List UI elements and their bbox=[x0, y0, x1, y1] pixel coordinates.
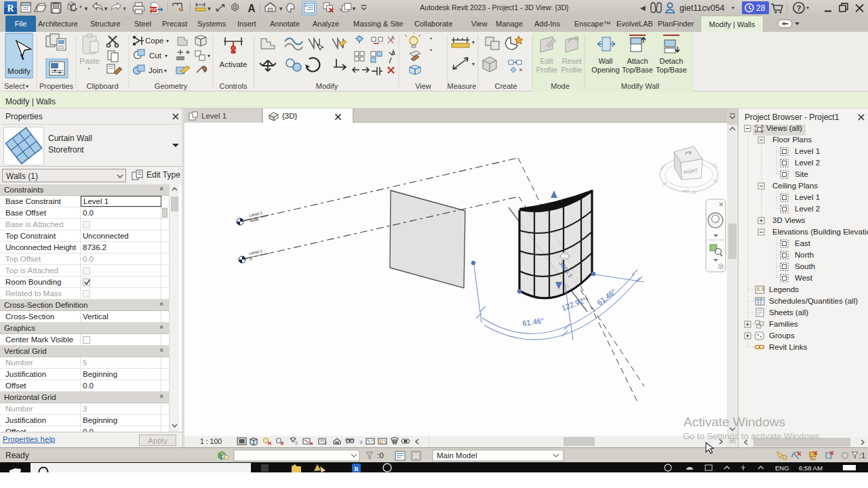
svg-text:9: 9 bbox=[359, 439, 363, 445]
svg-text:170: 170 bbox=[691, 191, 696, 195]
svg-text::1: :1 bbox=[859, 451, 865, 460]
svg-text:3D Views: 3D Views bbox=[772, 216, 806, 224]
svg-text:Properties: Properties bbox=[39, 82, 74, 90]
svg-text:6:58 AM: 6:58 AM bbox=[799, 464, 823, 472]
svg-text:Schedules/Quantities (all): Schedules/Quantities (all) bbox=[769, 297, 858, 305]
svg-text:9: 9 bbox=[295, 441, 298, 445]
svg-text:▾: ▾ bbox=[104, 5, 108, 12]
svg-text:Geometry: Geometry bbox=[155, 82, 188, 90]
svg-text:Detach: Detach bbox=[660, 57, 684, 65]
svg-text:▾: ▾ bbox=[87, 66, 90, 72]
svg-text:Level 2: Level 2 bbox=[795, 159, 820, 167]
svg-text:Legends: Legends bbox=[769, 285, 799, 293]
svg-text:Top/Base: Top/Base bbox=[622, 66, 653, 74]
svg-text:Join: Join bbox=[149, 66, 163, 75]
svg-text:ENG: ENG bbox=[775, 464, 789, 472]
svg-text:Reset: Reset bbox=[562, 57, 582, 65]
svg-text:▾: ▾ bbox=[166, 38, 169, 44]
svg-text:R: R bbox=[354, 466, 359, 472]
svg-text:Attach: Attach bbox=[627, 57, 648, 65]
svg-text:Sheets (all): Sheets (all) bbox=[769, 308, 808, 317]
svg-text:Mode: Mode bbox=[551, 82, 570, 90]
svg-text:▾: ▾ bbox=[164, 68, 167, 74]
svg-text:Paste: Paste bbox=[79, 57, 99, 65]
svg-text:Activate: Activate bbox=[220, 60, 248, 68]
svg-text:▾: ▾ bbox=[123, 5, 126, 12]
svg-text:Level 1: Level 1 bbox=[795, 193, 820, 201]
svg-text:View: View bbox=[415, 82, 431, 90]
svg-text:1: 1 bbox=[234, 5, 237, 9]
svg-text:Project Browser - Project1: Project Browser - Project1 bbox=[745, 113, 840, 122]
svg-text:PDF: PDF bbox=[149, 7, 157, 12]
svg-text:Modify: Modify bbox=[316, 82, 338, 90]
svg-text:28: 28 bbox=[756, 3, 766, 13]
svg-text:Wall: Wall bbox=[599, 57, 613, 65]
svg-text:Level 2: Level 2 bbox=[795, 205, 820, 213]
svg-text:▾: ▾ bbox=[208, 53, 210, 59]
svg-text:R: R bbox=[7, 3, 14, 14]
svg-text:Floor Plans: Floor Plans bbox=[772, 136, 812, 144]
svg-text:Level 1: Level 1 bbox=[795, 147, 820, 155]
svg-text:Cut: Cut bbox=[149, 52, 162, 60]
svg-text:Main Model: Main Model bbox=[437, 451, 477, 460]
svg-text:▾: ▾ bbox=[732, 5, 734, 11]
svg-text:Controls: Controls bbox=[220, 82, 248, 90]
svg-text:Modify Wall: Modify Wall bbox=[621, 82, 659, 90]
svg-text:▾: ▾ bbox=[208, 5, 211, 12]
svg-text:Site: Site bbox=[795, 170, 808, 178]
svg-text:1 : 100: 1 : 100 bbox=[200, 437, 222, 445]
svg-text:Measure: Measure bbox=[448, 82, 477, 90]
svg-text:giet11cv054: giet11cv054 bbox=[679, 3, 725, 13]
svg-text:Opening: Opening bbox=[591, 66, 620, 74]
svg-text:9: 9 bbox=[324, 441, 327, 445]
svg-text:Create: Create bbox=[494, 82, 517, 90]
svg-text:▾: ▾ bbox=[472, 61, 475, 67]
svg-text:▾: ▾ bbox=[279, 5, 283, 12]
svg-text:Groups: Groups bbox=[769, 331, 795, 340]
svg-text:Revit Links: Revit Links bbox=[769, 343, 807, 351]
svg-text:West: West bbox=[795, 274, 813, 282]
svg-text:180S: 180S bbox=[682, 190, 690, 193]
svg-text:•: • bbox=[430, 47, 432, 54]
svg-text:Clipboard: Clipboard bbox=[86, 82, 118, 90]
svg-text:?: ? bbox=[796, 4, 801, 12]
svg-text:Select: Select bbox=[4, 82, 25, 90]
svg-text:▾: ▾ bbox=[26, 83, 28, 89]
svg-text:Cope: Cope bbox=[145, 37, 164, 45]
svg-text:Top/Base: Top/Base bbox=[656, 66, 687, 74]
svg-text:Edit: Edit bbox=[540, 57, 553, 65]
svg-text:South: South bbox=[795, 262, 815, 270]
svg-text:▾: ▾ bbox=[806, 5, 809, 11]
svg-text:Modify: Modify bbox=[7, 67, 31, 75]
svg-text:A: A bbox=[248, 3, 256, 14]
svg-text:Profile: Profile bbox=[561, 66, 582, 74]
svg-text:East: East bbox=[795, 239, 811, 247]
svg-text:North: North bbox=[795, 251, 814, 259]
svg-text:Ceiling Plans: Ceiling Plans bbox=[772, 182, 818, 190]
svg-text:▾: ▾ bbox=[165, 53, 167, 59]
svg-text::0: :0 bbox=[377, 451, 384, 460]
svg-text:Families: Families bbox=[769, 320, 798, 328]
svg-text:Elevations (Building Elevation: Elevations (Building Elevation bbox=[772, 228, 868, 236]
svg-text:Views (all): Views (all) bbox=[766, 124, 802, 132]
svg-text:Profile: Profile bbox=[536, 66, 557, 74]
svg-text:▾: ▾ bbox=[85, 5, 88, 12]
svg-text:▾: ▾ bbox=[472, 39, 475, 45]
svg-text:•: • bbox=[430, 35, 432, 42]
